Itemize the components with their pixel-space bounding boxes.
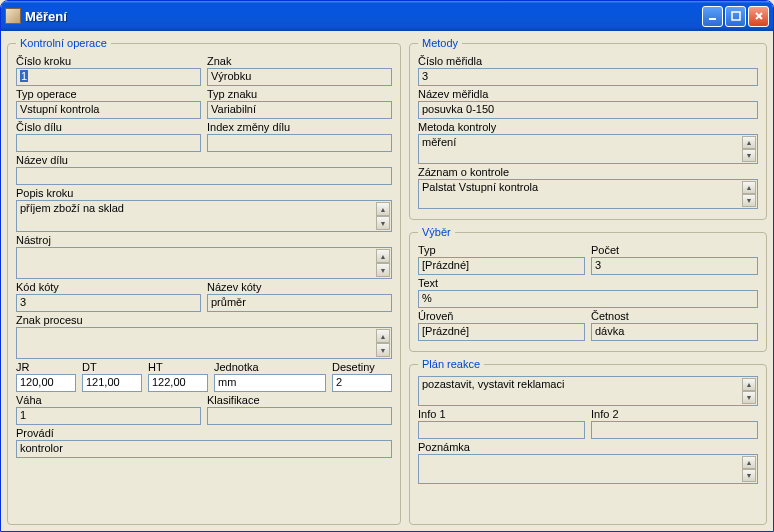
field-vyber-typ[interactable]: [Prázdné] xyxy=(418,257,585,275)
label-cetnost: Četnost xyxy=(591,310,758,322)
label-zaznam: Záznam o kontrole xyxy=(418,166,758,178)
field-jednotka[interactable]: mm xyxy=(214,374,326,392)
maximize-button[interactable] xyxy=(725,6,746,27)
field-nastroj[interactable]: ▲▼ xyxy=(16,247,392,279)
field-desetiny[interactable]: 2 xyxy=(332,374,392,392)
field-vaha[interactable]: 1 xyxy=(16,407,201,425)
legend-plan: Plán reakce xyxy=(418,358,484,370)
label-kod-koty: Kód kóty xyxy=(16,281,201,293)
label-cislo-meridla: Číslo měřidla xyxy=(418,55,758,67)
label-znak: Znak xyxy=(207,55,392,67)
label-ht: HT xyxy=(148,361,208,373)
label-vaha: Váha xyxy=(16,394,201,406)
minimize-button[interactable] xyxy=(702,6,723,27)
spin-nastroj[interactable]: ▲▼ xyxy=(376,249,390,277)
field-nazev-koty[interactable]: průměr xyxy=(207,294,392,312)
label-vyber-text: Text xyxy=(418,277,758,289)
label-nazev-meridla: Název měřidla xyxy=(418,88,758,100)
window-mereni: Měření Kontrolní operace Číslo kroku 1 Z… xyxy=(0,0,774,532)
spin-znak-procesu[interactable]: ▲▼ xyxy=(376,329,390,357)
field-kod-koty[interactable]: 3 xyxy=(16,294,201,312)
label-cislo-kroku: Číslo kroku xyxy=(16,55,201,67)
field-pocet[interactable]: 3 xyxy=(591,257,758,275)
field-provadi[interactable]: kontrolor xyxy=(16,440,392,458)
spin-plan-reakce[interactable]: ▲▼ xyxy=(742,378,756,404)
svg-rect-0 xyxy=(709,18,716,20)
field-zaznam[interactable]: Palstat Vstupní kontrola ▲▼ xyxy=(418,179,758,209)
group-metody: Metody Číslo měřidla 3 Název měřidla pos… xyxy=(409,37,767,220)
field-cislo-kroku[interactable]: 1 xyxy=(16,68,201,86)
field-cislo-dilu[interactable] xyxy=(16,134,201,152)
spin-metoda-kontroly[interactable]: ▲▼ xyxy=(742,136,756,162)
value-zaznam: Palstat Vstupní kontrola xyxy=(422,181,538,193)
titlebar: Měření xyxy=(1,1,773,31)
field-nazev-dilu[interactable] xyxy=(16,167,392,185)
spin-poznamka[interactable]: ▲▼ xyxy=(742,456,756,482)
spin-zaznam[interactable]: ▲▼ xyxy=(742,181,756,207)
field-ht[interactable]: 122,00 xyxy=(148,374,208,392)
field-plan-reakce[interactable]: pozastavit, vystavit reklamaci ▲▼ xyxy=(418,376,758,406)
field-typ-operace[interactable]: Vstupní kontrola xyxy=(16,101,201,119)
value-popis-kroku: příjem zboží na sklad xyxy=(20,202,124,214)
field-metoda-kontroly[interactable]: měření ▲▼ xyxy=(418,134,758,164)
legend-vyber: Výběr xyxy=(418,226,455,238)
field-cetnost[interactable]: dávka xyxy=(591,323,758,341)
field-znak-procesu[interactable]: ▲▼ xyxy=(16,327,392,359)
label-cislo-dilu: Číslo dílu xyxy=(16,121,201,133)
field-jr[interactable]: 120,00 xyxy=(16,374,76,392)
label-info2: Info 2 xyxy=(591,408,758,420)
legend-kontrolni: Kontrolní operace xyxy=(16,37,111,49)
field-dt[interactable]: 121,00 xyxy=(82,374,142,392)
left-column: Kontrolní operace Číslo kroku 1 Znak Výr… xyxy=(7,37,401,525)
label-info1: Info 1 xyxy=(418,408,585,420)
label-provadi: Provádí xyxy=(16,427,392,439)
label-znak-procesu: Znak procesu xyxy=(16,314,392,326)
window-title: Měření xyxy=(25,9,702,24)
field-nazev-meridla[interactable]: posuvka 0-150 xyxy=(418,101,758,119)
field-typ-znaku[interactable]: Variabilní xyxy=(207,101,392,119)
label-typ-znaku: Typ znaku xyxy=(207,88,392,100)
close-button[interactable] xyxy=(748,6,769,27)
right-column: Metody Číslo měřidla 3 Název měřidla pos… xyxy=(409,37,767,525)
label-pocet: Počet xyxy=(591,244,758,256)
label-jednotka: Jednotka xyxy=(214,361,326,373)
value-plan-reakce: pozastavit, vystavit reklamaci xyxy=(422,378,564,390)
field-info2[interactable] xyxy=(591,421,758,439)
label-desetiny: Desetiny xyxy=(332,361,392,373)
label-dt: DT xyxy=(82,361,142,373)
svg-rect-1 xyxy=(732,12,740,20)
legend-metody: Metody xyxy=(418,37,462,49)
label-typ-operace: Typ operace xyxy=(16,88,201,100)
window-buttons xyxy=(702,6,769,27)
label-nastroj: Nástroj xyxy=(16,234,392,246)
field-vyber-text[interactable]: % xyxy=(418,290,758,308)
field-cislo-meridla[interactable]: 3 xyxy=(418,68,758,86)
label-index-zmeny: Index změny dílu xyxy=(207,121,392,133)
client-area: Kontrolní operace Číslo kroku 1 Znak Výr… xyxy=(1,31,773,531)
field-uroven[interactable]: [Prázdné] xyxy=(418,323,585,341)
field-poznamka[interactable]: ▲▼ xyxy=(418,454,758,484)
value-metoda-kontroly: měření xyxy=(422,136,456,148)
field-znak[interactable]: Výrobku xyxy=(207,68,392,86)
label-klasifikace: Klasifikace xyxy=(207,394,392,406)
label-jr: JR xyxy=(16,361,76,373)
label-vyber-typ: Typ xyxy=(418,244,585,256)
field-klasifikace[interactable] xyxy=(207,407,392,425)
spin-popis-kroku[interactable]: ▲▼ xyxy=(376,202,390,230)
group-kontrolni-operace: Kontrolní operace Číslo kroku 1 Znak Výr… xyxy=(7,37,401,525)
group-plan-reakce: Plán reakce pozastavit, vystavit reklama… xyxy=(409,358,767,525)
field-popis-kroku[interactable]: příjem zboží na sklad ▲▼ xyxy=(16,200,392,232)
label-uroven: Úroveň xyxy=(418,310,585,322)
app-icon xyxy=(5,8,21,24)
group-vyber: Výběr Typ [Prázdné] Počet 3 Text % xyxy=(409,226,767,352)
field-index-zmeny[interactable] xyxy=(207,134,392,152)
label-nazev-dilu: Název dílu xyxy=(16,154,392,166)
label-nazev-koty: Název kóty xyxy=(207,281,392,293)
field-info1[interactable] xyxy=(418,421,585,439)
label-poznamka: Poznámka xyxy=(418,441,758,453)
label-metoda-kontroly: Metoda kontroly xyxy=(418,121,758,133)
label-popis-kroku: Popis kroku xyxy=(16,187,392,199)
